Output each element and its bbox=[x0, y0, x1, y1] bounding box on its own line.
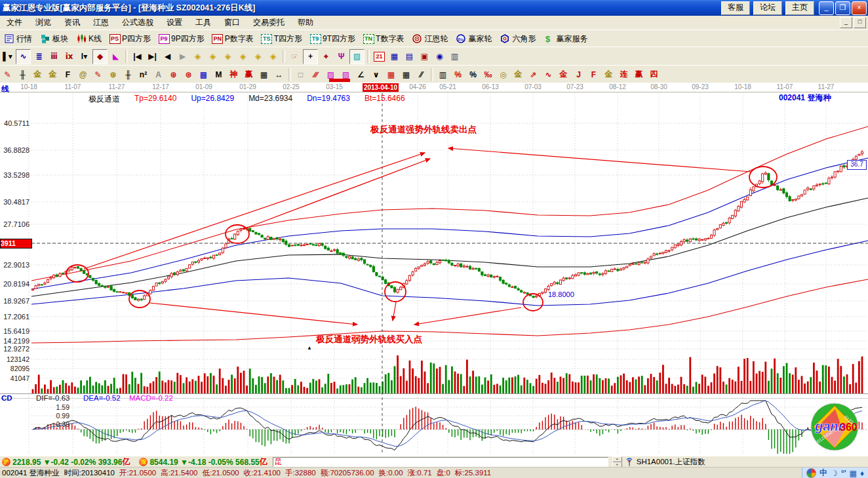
close-icon[interactable]: × bbox=[852, 1, 867, 15]
toolbar-item-gann-wheel[interactable]: 江恩轮 bbox=[408, 31, 452, 46]
tool-grid-2[interactable]: ╫ bbox=[121, 68, 135, 81]
tool-diamond-zoom-in[interactable]: ◈ bbox=[251, 50, 265, 64]
tool-measure-tool[interactable]: ⌖ bbox=[319, 50, 333, 64]
tool-gann-tool[interactable]: Ψ bbox=[334, 50, 348, 64]
tool-wave-pattern[interactable]: M bbox=[212, 68, 226, 81]
tool-diamond-shift-left[interactable]: ◈ bbox=[191, 50, 205, 64]
tool-angle-line[interactable]: ∠ bbox=[354, 68, 368, 81]
menu-item-5[interactable]: 设置 bbox=[160, 16, 189, 30]
toolbar-item-p-square[interactable]: PSP四方形 bbox=[106, 31, 155, 46]
tool-blue-net[interactable]: ▩ bbox=[197, 68, 210, 81]
tool-fibonacci-grid[interactable]: F bbox=[61, 68, 75, 81]
menu-item-8[interactable]: 交易委托 bbox=[247, 16, 291, 30]
ime-icon-3[interactable]: ▦ bbox=[850, 469, 857, 478]
tool-gann-fan[interactable]: ∕∕∕ bbox=[309, 68, 323, 81]
menu-item-4[interactable]: 公式选股 bbox=[115, 16, 160, 30]
index-name-label[interactable]: SH1A0001.上证指数 bbox=[637, 457, 705, 467]
tool-red-grid[interactable]: ▦ bbox=[384, 68, 398, 81]
tool-kline-style-dropdown[interactable]: ▌▾ bbox=[1, 50, 14, 64]
tool-black-grid[interactable]: ▦ bbox=[399, 68, 413, 81]
tool-price-grid[interactable]: ▥ bbox=[436, 68, 450, 81]
toolbar-item-t9-square[interactable]: T99T四方形 bbox=[306, 31, 359, 46]
tool-notes[interactable]: ▤ bbox=[403, 50, 416, 64]
tool-number-grid[interactable]: ▦ bbox=[257, 68, 271, 81]
tool-last-bar[interactable]: ▶| bbox=[146, 50, 159, 64]
toolbar-item-p-number-table[interactable]: PNP数字表 bbox=[208, 31, 258, 46]
tool-bars-3[interactable]: ⅲ bbox=[47, 50, 61, 64]
tool-bars-9[interactable]: ⅸ bbox=[62, 50, 76, 64]
tool-wave-tool[interactable]: ▧ bbox=[349, 49, 365, 64]
menu-item-6[interactable]: 工具 bbox=[189, 16, 218, 30]
tool-first-bar[interactable]: |◀ bbox=[130, 50, 144, 64]
tool-hand-tool[interactable]: ☞ bbox=[288, 50, 302, 64]
tool-gold-circle[interactable]: ◎ bbox=[496, 68, 510, 81]
tool-calculator[interactable]: ▦ bbox=[387, 50, 401, 64]
ime-logo-icon[interactable] bbox=[806, 468, 816, 478]
menu-item-7[interactable]: 窗口 bbox=[218, 16, 247, 30]
tool-candle-type-dropdown[interactable]: I▾ bbox=[77, 50, 91, 64]
tool-width-measure[interactable]: ↔ bbox=[272, 68, 286, 81]
tool-fan-a[interactable]: A bbox=[151, 68, 165, 81]
tool-save-disk[interactable]: ▣ bbox=[418, 50, 431, 64]
toolbar-item-quotes[interactable]: 行情 bbox=[0, 31, 36, 46]
tool-diamond-compress[interactable]: ◈ bbox=[236, 50, 250, 64]
tool-calendar[interactable]: 21 bbox=[372, 50, 386, 64]
tool-lian-angle[interactable]: 连 bbox=[617, 68, 631, 81]
tool-v-line[interactable]: ∨ bbox=[369, 68, 383, 81]
child-control-0[interactable]: _ bbox=[840, 17, 852, 28]
toolbar-item-sectors[interactable]: 板块 bbox=[36, 31, 72, 46]
tool-next-bar[interactable]: ▶ bbox=[176, 50, 189, 64]
toolbar-item-t-square[interactable]: TST四方形 bbox=[258, 31, 306, 46]
tool-grid-lines[interactable]: ╫ bbox=[16, 68, 30, 81]
toolbar-item-hexagon[interactable]: 六角形 bbox=[496, 31, 540, 46]
tool-gold-angle[interactable]: 金 bbox=[602, 68, 616, 81]
tool-circle-cross[interactable]: ⊕ bbox=[167, 68, 180, 81]
chart-area[interactable]: 线 10-1811-0711-2712-1701-0901-2902-2503-… bbox=[0, 83, 868, 456]
tool-pen-2[interactable]: ✎ bbox=[91, 68, 105, 81]
toolbar-item-winner-service[interactable]: $赢家服务 bbox=[540, 31, 591, 46]
tool-box-tool[interactable]: □ bbox=[294, 68, 307, 81]
tool-f-angle[interactable]: F bbox=[587, 68, 601, 81]
tool-gold-grid-1[interactable]: 金 bbox=[31, 68, 45, 81]
tool-wave-red[interactable]: ∿ bbox=[542, 68, 555, 81]
child-control-1[interactable]: □ bbox=[854, 17, 866, 28]
menu-item-2[interactable]: 资讯 bbox=[58, 16, 87, 30]
tool-percent-black[interactable]: % bbox=[466, 68, 480, 81]
tool-permille[interactable]: ‰ bbox=[481, 68, 495, 81]
tool-color-chart[interactable]: ◣ bbox=[109, 50, 123, 64]
tool-trend-brush[interactable]: ⇗ bbox=[526, 68, 540, 81]
tool-percent-red[interactable]: % bbox=[451, 68, 465, 81]
ime-icon-1[interactable]: ☽ bbox=[831, 469, 838, 478]
ime-icon-4[interactable]: ♦ bbox=[860, 469, 864, 478]
tool-prev-bar[interactable]: ◀ bbox=[161, 50, 174, 64]
toolbar-item-p9-square[interactable]: P99P四方形 bbox=[155, 31, 208, 46]
tool-crosshair-tool[interactable]: + bbox=[303, 49, 318, 64]
tool-ying-angle[interactable]: 赢 bbox=[632, 68, 646, 81]
toolbar-item-t-number-table[interactable]: TNT数字表 bbox=[359, 31, 408, 46]
tool-gold-grid-2[interactable]: 金 bbox=[46, 68, 60, 81]
tool-spiral-tool[interactable]: @ bbox=[76, 68, 90, 81]
tool-square-of-nine[interactable]: n² bbox=[136, 68, 150, 81]
tool-zigzag-tool[interactable]: ∿ bbox=[16, 49, 31, 64]
tool-shen-grid[interactable]: 神 bbox=[227, 68, 241, 81]
tool-gold-lines[interactable]: 金 bbox=[511, 68, 525, 81]
tool-si-angle[interactable]: 四 bbox=[647, 68, 661, 81]
tool-save-web[interactable]: ◉ bbox=[433, 50, 446, 64]
ime-icon-2[interactable]: °' bbox=[841, 469, 846, 478]
tool-win-grid[interactable]: 赢 bbox=[242, 68, 256, 81]
titlebar-button-1[interactable]: 论坛 bbox=[753, 1, 782, 15]
tool-printer[interactable]: ▥ bbox=[448, 50, 462, 64]
menu-item-9[interactable]: 帮助 bbox=[291, 16, 320, 30]
tool-gold-red[interactable]: 金 bbox=[557, 68, 570, 81]
spinner-up-icon[interactable]: ▲ bbox=[612, 456, 622, 462]
tool-diamond-shift-right[interactable]: ◈ bbox=[206, 50, 220, 64]
titlebar-button-2[interactable]: 主页 bbox=[785, 1, 814, 15]
tool-pattern-tool[interactable]: ◆ bbox=[92, 49, 108, 64]
shanghai-index-icon[interactable]: 沪 bbox=[2, 458, 10, 466]
menu-item-3[interactable]: 江恩 bbox=[87, 16, 115, 30]
menu-item-1[interactable]: 浏览 bbox=[29, 16, 58, 30]
tool-draw-pen[interactable]: ✎ bbox=[1, 68, 14, 81]
ime-icon-0[interactable]: 中 bbox=[819, 468, 827, 478]
tool-diamond-expand[interactable]: ◈ bbox=[221, 50, 235, 64]
tool-parallel-lines[interactable]: ⁄⁄ bbox=[414, 68, 428, 81]
